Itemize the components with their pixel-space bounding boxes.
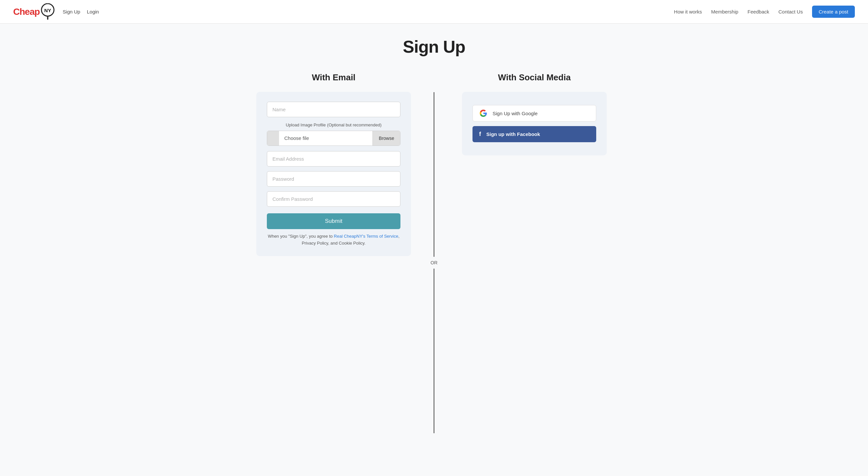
email-signup-column: With Email Upload Image Profile (Optiona… (243, 72, 424, 269)
upload-section: Upload Image Profile (Optional but recom… (267, 122, 400, 146)
nav-login-link[interactable]: Login (87, 9, 99, 14)
header: Cheap NY Sign Up Login How it works Memb… (0, 0, 868, 24)
signup-container: With Email Upload Image Profile (Optiona… (243, 72, 625, 433)
choose-file-text: Choose file (279, 131, 372, 146)
google-icon (479, 109, 487, 117)
svg-text:NY: NY (44, 7, 51, 13)
header-nav-right: How it works Membership Feedback Contact… (674, 9, 803, 14)
page-title: Sign Up (243, 37, 625, 57)
divider-line-bottom (434, 269, 434, 433)
social-card: Sign Up with Google f Sign up with Faceb… (462, 92, 607, 155)
upload-label: Upload Image Profile (Optional but recom… (267, 122, 400, 127)
file-input-row: Choose file Browse (267, 131, 400, 146)
social-signup-column: With Social Media Sign Up with Google f … (444, 72, 625, 169)
nav-how-it-works-link[interactable]: How it works (674, 9, 702, 14)
email-form-card: Upload Image Profile (Optional but recom… (256, 92, 411, 256)
logo-text: Cheap (13, 7, 40, 17)
nav-signup-link[interactable]: Sign Up (63, 9, 80, 14)
main-content: Sign Up With Email Upload Image Profile … (237, 24, 631, 453)
google-signup-button[interactable]: Sign Up with Google (472, 105, 596, 121)
upload-optional-text: (Optional but recommended) (327, 122, 381, 127)
confirm-password-input[interactable] (267, 191, 400, 207)
divider-column: OR (424, 72, 444, 433)
nav-membership-link[interactable]: Membership (711, 9, 738, 14)
email-section-title: With Email (312, 72, 356, 83)
create-post-button[interactable]: Create a post (812, 6, 855, 18)
browse-button[interactable]: Browse (372, 131, 400, 146)
header-left: Cheap NY Sign Up Login (13, 3, 99, 21)
nav-feedback-link[interactable]: Feedback (748, 9, 769, 14)
email-input[interactable] (267, 151, 400, 167)
logo[interactable]: Cheap NY (13, 3, 55, 21)
password-input[interactable] (267, 171, 400, 187)
submit-button[interactable]: Submit (267, 213, 400, 229)
terms-text: When you "Sign Up", you agree to Real Ch… (267, 233, 400, 247)
nav-contact-us-link[interactable]: Contact Us (778, 9, 803, 14)
header-nav-left: Sign Up Login (63, 9, 99, 14)
divider-line-top (434, 92, 434, 257)
terms-link[interactable]: Real CheapNY's Terms of Service (334, 234, 399, 239)
facebook-icon: f (479, 131, 481, 138)
logo-badge-icon: NY (40, 3, 55, 21)
social-section-title: With Social Media (498, 72, 571, 83)
facebook-button-label: Sign up with Facebook (486, 131, 540, 137)
facebook-signup-button[interactable]: f Sign up with Facebook (472, 126, 596, 142)
header-right: How it works Membership Feedback Contact… (674, 6, 855, 18)
name-input[interactable] (267, 102, 400, 117)
svg-rect-2 (47, 16, 49, 20)
divider-or-text: OR (431, 257, 438, 269)
file-preview (267, 131, 279, 146)
google-button-label: Sign Up with Google (493, 111, 538, 116)
